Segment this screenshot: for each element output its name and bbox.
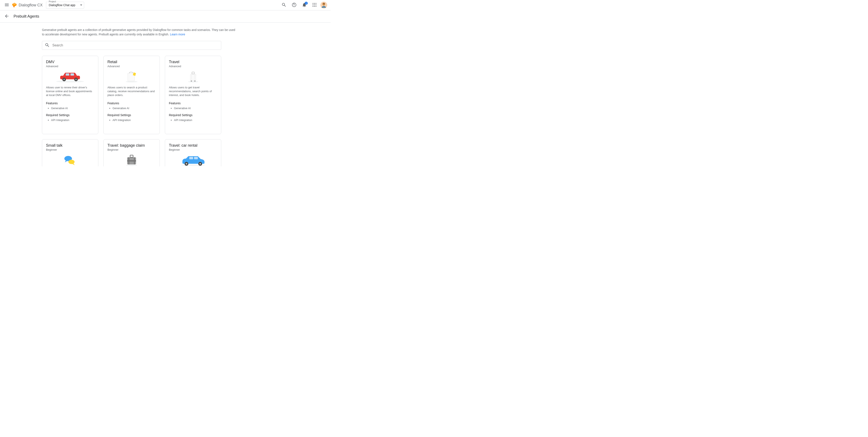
- svg-point-30: [191, 81, 192, 82]
- svg-point-11: [315, 6, 316, 7]
- search-icon: [45, 42, 52, 48]
- feature-item: Generative AI: [113, 106, 156, 111]
- feature-item: Generative AI: [174, 106, 217, 111]
- svg-point-5: [315, 3, 316, 4]
- agent-card-title: Travel: baggage claim: [107, 143, 156, 148]
- required-setting-item: API Integration: [113, 118, 156, 123]
- agent-card-illustration: [169, 154, 217, 166]
- agent-card-title: DMV: [46, 60, 94, 64]
- agent-cards-grid: DMVAdvancedAllows user to renew their dr…: [42, 56, 289, 166]
- required-settings-list: API Integration: [107, 118, 156, 123]
- svg-point-10: [314, 6, 315, 7]
- topbar: Dialogflow CX Project Dialogflow Chat ap…: [0, 0, 331, 10]
- required-settings-list: API Integration: [46, 118, 94, 123]
- topbar-actions: 1: [280, 1, 329, 9]
- agent-card-description: Allows user to renew their driver's lice…: [46, 86, 94, 97]
- svg-point-33: [68, 160, 74, 164]
- agent-card[interactable]: Travel: car rentalBeginner: [165, 139, 221, 166]
- svg-point-22: [75, 79, 77, 80]
- features-list: Generative AI: [46, 106, 94, 111]
- agent-card-description: Allows users to get travel recommendatio…: [169, 86, 217, 97]
- agent-card-level: Advanced: [107, 65, 156, 68]
- avatar-icon: [320, 2, 327, 8]
- svg-point-14: [323, 3, 325, 5]
- svg-point-6: [313, 4, 313, 5]
- main-menu-button[interactable]: [2, 0, 12, 10]
- svg-rect-17: [66, 73, 69, 75]
- svg-rect-37: [130, 155, 133, 157]
- apps-grid-icon: [312, 2, 317, 8]
- notification-badge: 1: [305, 2, 308, 5]
- agent-card-level: Beginner: [46, 148, 94, 151]
- svg-point-15: [56, 81, 84, 83]
- svg-point-25: [188, 81, 198, 83]
- svg-point-46: [199, 163, 201, 165]
- agent-card[interactable]: DMVAdvancedAllows user to renew their dr…: [42, 56, 98, 134]
- back-button[interactable]: [2, 11, 12, 22]
- agent-card-level: Beginner: [169, 148, 217, 151]
- agent-card-title: Small talk: [46, 143, 94, 148]
- search-button[interactable]: [280, 1, 288, 9]
- main-scroll-area[interactable]: Generative prebuilt agents are a collect…: [0, 23, 331, 166]
- agent-card[interactable]: Small talkBeginner: [42, 139, 98, 166]
- agent-card-title: Travel: [169, 60, 217, 64]
- svg-point-4: [314, 3, 315, 4]
- feature-item: Generative AI: [51, 106, 94, 111]
- features-list: Generative AI: [169, 106, 217, 111]
- arrow-back-icon: [4, 13, 9, 19]
- search-icon: [281, 2, 286, 8]
- page-title: Prebuilt Agents: [13, 14, 39, 19]
- svg-point-8: [315, 4, 316, 5]
- notifications-button[interactable]: 1: [300, 1, 309, 9]
- svg-rect-26: [190, 74, 196, 81]
- agent-card-description: Allows users to search a product catalog…: [107, 86, 156, 97]
- svg-point-7: [314, 4, 315, 5]
- required-settings-heading: Required Settings: [169, 114, 217, 117]
- product-logo-link[interactable]: Dialogflow CX: [12, 3, 42, 8]
- learn-more-link[interactable]: Learn more: [170, 33, 185, 36]
- help-icon: [291, 2, 297, 8]
- project-selector-label: Project: [48, 0, 57, 3]
- intro-text: Generative prebuilt agents are a collect…: [42, 28, 235, 36]
- svg-point-31: [194, 81, 195, 82]
- svg-point-20: [63, 79, 65, 80]
- intro-paragraph: Generative prebuilt agents are a collect…: [42, 28, 237, 37]
- page-subheader: Prebuilt Agents: [0, 10, 331, 23]
- agent-card[interactable]: Travel: baggage claimBeginner: [103, 139, 160, 166]
- agent-card-illustration: [46, 154, 94, 166]
- required-setting-item: API Integration: [51, 118, 94, 123]
- help-button[interactable]: [290, 1, 299, 9]
- svg-point-34: [126, 165, 137, 166]
- agent-card-illustration: [107, 70, 156, 83]
- agent-card-level: Advanced: [46, 65, 94, 68]
- svg-point-9: [313, 6, 313, 7]
- account-avatar[interactable]: [320, 2, 327, 8]
- svg-rect-18: [70, 73, 74, 75]
- google-apps-button[interactable]: [310, 1, 319, 9]
- agent-card-level: Beginner: [107, 148, 156, 151]
- svg-rect-42: [194, 157, 198, 159]
- search-box[interactable]: [42, 41, 221, 50]
- svg-rect-41: [189, 157, 193, 159]
- agent-card-illustration: [46, 70, 94, 83]
- hamburger-icon: [4, 2, 9, 8]
- svg-point-44: [186, 163, 187, 165]
- project-selector[interactable]: Project Dialogflow Chat app: [46, 2, 84, 9]
- search-input[interactable]: [52, 43, 218, 47]
- features-heading: Features: [169, 101, 217, 105]
- chevron-down-icon: [80, 5, 82, 6]
- agent-card[interactable]: TravelAdvancedAllows users to get travel…: [165, 56, 221, 134]
- agent-card-illustration: [169, 70, 217, 83]
- agent-card[interactable]: RetailAdvancedAllows users to search a p…: [103, 56, 160, 134]
- svg-rect-39: [134, 157, 135, 164]
- svg-rect-38: [128, 157, 129, 164]
- required-settings-heading: Required Settings: [107, 114, 156, 117]
- main-content: Generative prebuilt agents are a collect…: [42, 23, 289, 166]
- svg-rect-27: [192, 72, 194, 74]
- agent-card-illustration: [107, 154, 156, 166]
- features-list: Generative AI: [107, 106, 156, 111]
- features-heading: Features: [46, 101, 94, 105]
- svg-point-3: [313, 3, 313, 4]
- project-selector-value: Dialogflow Chat app: [49, 3, 76, 7]
- dialogflow-logo-icon: [12, 3, 17, 8]
